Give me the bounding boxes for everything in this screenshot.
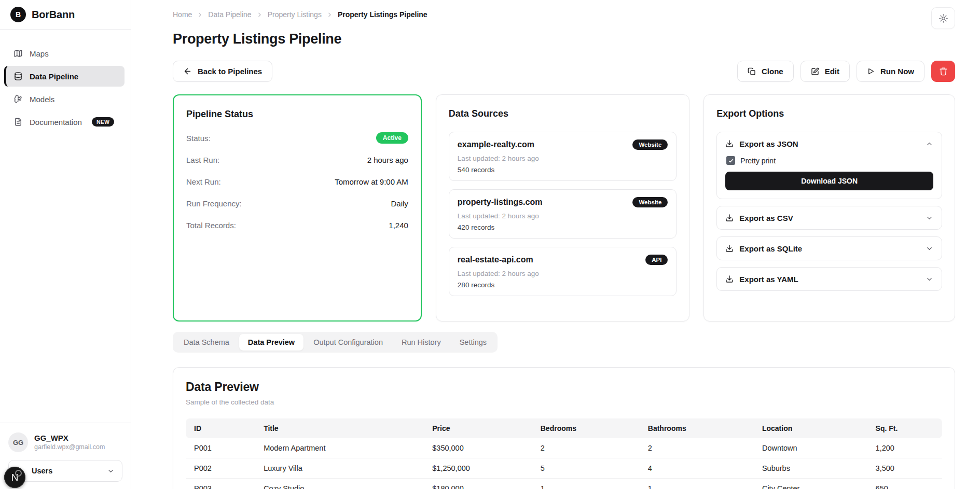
cell-sqft: 3,500 — [867, 458, 942, 479]
breadcrumb-separator-icon — [326, 11, 333, 18]
document-icon — [13, 117, 23, 127]
source-head: real-estate-api.com API — [458, 255, 668, 265]
cell-bedrooms: 2 — [532, 438, 640, 458]
model-icon — [13, 94, 23, 104]
breadcrumb-separator-icon — [256, 11, 263, 18]
tab-settings[interactable]: Settings — [451, 334, 495, 351]
export-csv-accordion: Export as CSV — [716, 206, 942, 230]
source-item[interactable]: real-estate-api.com API Last updated: 2 … — [449, 247, 677, 296]
delete-button[interactable] — [931, 61, 955, 82]
cell-location: City Center — [754, 479, 867, 489]
app-logo-letter: B — [16, 10, 21, 19]
sidebar-item-label: Models — [30, 95, 54, 104]
nextjs-dev-badge-letter: N — [11, 472, 19, 483]
users-select-value: Users — [32, 467, 52, 475]
summary-cards: Pipeline Status Status: Active Last Run:… — [173, 94, 955, 322]
checkbox-checked-icon[interactable] — [726, 156, 735, 165]
sidebar-user-section: GG GG_WPX garfield.wpx@gmail.com Users N — [0, 423, 131, 489]
cell-price: $350,000 — [424, 438, 532, 458]
last-run-label: Last Run: — [186, 156, 219, 164]
run-frequency-value: Daily — [391, 199, 408, 208]
cell-title: Modern Apartment — [255, 438, 424, 458]
tab-run-history[interactable]: Run History — [393, 334, 450, 351]
tab-data-preview[interactable]: Data Preview — [239, 334, 303, 351]
sidebar-item-data-pipeline[interactable]: Data Pipeline — [4, 66, 125, 87]
nextjs-dev-badge[interactable]: N — [4, 467, 25, 488]
export-yaml-header[interactable]: Export as YAML — [725, 268, 933, 290]
column-header-sqft: Sq. Ft. — [867, 418, 942, 438]
sidebar: B BorBann Maps Data Pipeline Models — [0, 0, 131, 489]
source-head: property-listings.com Website — [458, 197, 668, 207]
pretty-print-option[interactable]: Pretty print — [726, 156, 933, 165]
sidebar-item-maps[interactable]: Maps — [4, 43, 125, 64]
cell-price: $1,250,000 — [424, 458, 532, 479]
source-type-badge: Website — [632, 197, 668, 207]
source-updated: Last updated: 2 hours ago — [458, 270, 668, 277]
source-item[interactable]: example-realty.com Website Last updated:… — [449, 132, 677, 181]
column-header-title: Title — [255, 418, 424, 438]
app-name: BorBann — [32, 9, 75, 21]
run-now-button-label: Run Now — [880, 67, 914, 76]
cell-bedrooms: 5 — [532, 458, 640, 479]
run-frequency-label: Run Frequency: — [186, 199, 242, 208]
main-content: Home Data Pipeline Property Listings Pro… — [131, 0, 980, 489]
breadcrumb-home[interactable]: Home — [173, 10, 192, 19]
total-records-value: 1,240 — [389, 221, 408, 230]
user-name: GG_WPX — [34, 434, 105, 443]
sidebar-item-documentation[interactable]: Documentation NEW — [4, 111, 125, 132]
avatar-initials: GG — [13, 439, 23, 446]
export-sqlite-header[interactable]: Export as SQLite — [725, 237, 933, 260]
source-item[interactable]: property-listings.com Website Last updat… — [449, 189, 677, 239]
sidebar-item-models[interactable]: Models — [4, 89, 125, 109]
sidebar-item-label: Maps — [30, 49, 49, 58]
tab-data-schema[interactable]: Data Schema — [175, 334, 238, 351]
column-header-location: Location — [754, 418, 867, 438]
arrow-left-icon — [183, 67, 192, 76]
column-header-price: Price — [424, 418, 532, 438]
download-json-button[interactable]: Download JSON — [725, 172, 933, 190]
cell-bathrooms: 4 — [640, 458, 754, 479]
user-profile[interactable]: GG GG_WPX garfield.wpx@gmail.com — [8, 432, 122, 452]
breadcrumb-property-listings[interactable]: Property Listings — [268, 10, 322, 19]
sidebar-item-label: Data Pipeline — [30, 72, 78, 81]
table-header-row: ID Title Price Bedrooms Bathrooms Locati… — [186, 418, 942, 438]
chevron-down-icon — [926, 214, 933, 222]
data-preview-title: Data Preview — [186, 380, 942, 394]
next-run-value: Tomorrow at 9:00 AM — [335, 177, 408, 186]
breadcrumb: Home Data Pipeline Property Listings Pro… — [173, 7, 427, 19]
theme-toggle-button[interactable] — [931, 7, 955, 29]
cell-id: P001 — [186, 438, 255, 458]
table-row: P003 Cozy Studio $180,000 1 1 City Cente… — [186, 479, 942, 489]
download-icon — [725, 244, 734, 253]
edit-button[interactable]: Edit — [800, 61, 850, 82]
user-identity: GG_WPX garfield.wpx@gmail.com — [34, 434, 105, 452]
cell-price: $180,000 — [424, 479, 532, 489]
back-to-pipelines-button[interactable]: Back to Pipelines — [173, 61, 272, 82]
status-row: Status: Active — [186, 132, 408, 144]
breadcrumb-data-pipeline[interactable]: Data Pipeline — [208, 10, 251, 19]
users-select[interactable]: Users — [8, 460, 122, 482]
source-name: property-listings.com — [458, 198, 543, 207]
trash-icon — [939, 67, 948, 76]
tab-output-configuration[interactable]: Output Configuration — [305, 334, 392, 351]
chevron-down-icon — [926, 275, 933, 283]
cell-title: Luxury Villa — [255, 458, 424, 479]
source-name: example-realty.com — [458, 140, 534, 149]
export-json-header[interactable]: Export as JSON — [725, 132, 933, 155]
cell-sqft: 1,200 — [867, 438, 942, 458]
total-records-label: Total Records: — [186, 221, 236, 230]
export-json-accordion: Export as JSON Pretty print Download JSO… — [716, 132, 942, 199]
source-records: 420 records — [458, 223, 668, 231]
pipeline-actions: Clone Edit Run Now — [737, 61, 955, 82]
status-badge: Active — [376, 132, 408, 144]
clone-button[interactable]: Clone — [737, 61, 794, 82]
chevron-down-icon — [107, 467, 115, 475]
copy-icon — [748, 67, 756, 76]
pipeline-status-card: Pipeline Status Status: Active Last Run:… — [173, 94, 422, 322]
column-header-bathrooms: Bathrooms — [640, 418, 754, 438]
run-now-button[interactable]: Run Now — [857, 61, 924, 82]
download-icon — [725, 275, 734, 283]
export-options-title: Export Options — [716, 108, 942, 119]
export-csv-header[interactable]: Export as CSV — [725, 206, 933, 229]
map-icon — [13, 49, 23, 58]
